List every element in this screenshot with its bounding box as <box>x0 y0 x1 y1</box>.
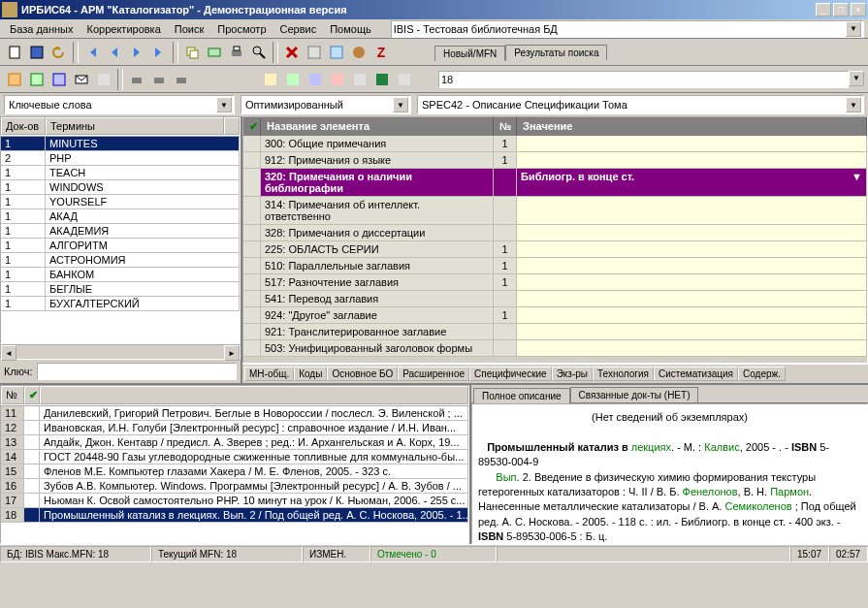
delete-icon[interactable] <box>281 42 303 63</box>
terms-row[interactable]: 1TEACH <box>1 166 240 180</box>
mfn-input[interactable]: 18 <box>438 71 849 88</box>
chevron-down-icon[interactable]: ▼ <box>393 97 408 112</box>
page-tab[interactable]: МН-общ. <box>244 367 294 381</box>
field-row[interactable]: 924: "Другое" заглавие1 <box>243 307 867 324</box>
database-select[interactable]: IBIS - Тестовая библиотечная БД ▼ <box>391 20 864 38</box>
t3-excel-icon[interactable] <box>371 69 393 90</box>
tool2-icon[interactable] <box>326 42 347 63</box>
records-header-no[interactable]: № <box>1 386 24 404</box>
tab-related-docs[interactable]: Связанные док-ты (НЕТ) <box>570 387 699 402</box>
menu-search[interactable]: Поиск <box>169 21 209 37</box>
page-tab[interactable]: Основное БО <box>327 367 398 381</box>
t2-print2-icon[interactable] <box>148 69 170 90</box>
field-grid[interactable]: ✔ Название элемента № Значение 300: Общи… <box>242 116 868 364</box>
add-icon[interactable] <box>204 42 225 63</box>
page-tab[interactable]: Коды <box>294 367 327 381</box>
t3-btn3[interactable] <box>305 69 326 90</box>
t3-btn2[interactable] <box>282 69 304 90</box>
field-row[interactable]: 225: ОБЛАСТЬ СЕРИИ1 <box>243 241 867 258</box>
prev-icon[interactable] <box>104 42 125 63</box>
t2-print3-icon[interactable] <box>171 69 192 90</box>
chevron-down-icon[interactable]: ▼ <box>846 21 861 37</box>
first-icon[interactable] <box>81 42 103 63</box>
t3-btn1[interactable] <box>260 69 281 90</box>
field-row[interactable]: 328: Примечания о диссертации <box>243 225 867 241</box>
terms-row[interactable]: 1АЛГОРИТМ <box>1 239 240 253</box>
page-tab[interactable]: Расширенное <box>398 367 469 381</box>
record-row[interactable]: 11Данилевский, Григорий Петрович. Беглые… <box>1 406 468 421</box>
page-tab[interactable]: Содерж. <box>738 367 786 381</box>
page-tab[interactable]: Систематизация <box>654 367 738 381</box>
mfn-dropdown-icon[interactable]: ▼ <box>849 71 864 86</box>
t2-btn2[interactable] <box>26 69 48 90</box>
field-row[interactable]: 503: Унифицированный заголовок формы <box>243 340 867 357</box>
terms-row[interactable]: 1БАНКОМ <box>1 268 240 282</box>
terms-row[interactable]: 1АКАД <box>1 209 240 224</box>
tab-new-mfn[interactable]: Новый/MFN <box>434 46 505 61</box>
tab-full-description[interactable]: Полное описание <box>473 388 570 403</box>
record-row[interactable]: 12Ивановская, И.Н. Голуби [Электронный р… <box>1 421 468 435</box>
menu-view[interactable]: Просмотр <box>211 21 272 37</box>
t2-btn5[interactable] <box>93 69 114 90</box>
terms-header-term[interactable]: Термины <box>46 117 224 135</box>
new-icon[interactable] <box>4 42 25 63</box>
record-row[interactable]: 13Апдайк, Джон. Кентавр / предисл. А. Зв… <box>1 435 468 450</box>
t2-btn1[interactable] <box>4 69 25 90</box>
menu-help[interactable]: Помощь <box>324 21 377 37</box>
last-icon[interactable] <box>148 42 170 63</box>
z-icon[interactable]: Z <box>370 42 392 63</box>
next-icon[interactable] <box>126 42 147 63</box>
record-row[interactable]: 16Зубов А.В. Компьютер. Windows. Програм… <box>1 479 468 494</box>
record-row[interactable]: 18Промышленный катализ в лекциях. Вып. 2… <box>1 508 468 523</box>
field-row[interactable]: 517: Разночтение заглавия1 <box>243 274 867 291</box>
menu-database[interactable]: База данных <box>4 21 80 37</box>
page-tab[interactable]: Технология <box>593 367 654 381</box>
combo-optimized[interactable]: Оптимизированный▼ <box>241 95 411 114</box>
field-row[interactable]: 300: Общие примечания1 <box>243 136 867 152</box>
save-icon[interactable] <box>26 42 48 63</box>
maximize-button[interactable]: □ <box>833 3 849 16</box>
terms-grid[interactable]: 1MINUTES2PHP1TEACH1WINDOWS1YOURSELF1АКАД… <box>0 136 241 344</box>
field-row[interactable]: 921: Транслитерированное заглавие <box>243 324 867 340</box>
records-grid[interactable]: 11Данилевский, Григорий Петрович. Беглые… <box>0 405 469 544</box>
tab-search-results[interactable]: Результаты поиска <box>505 45 607 60</box>
terms-row[interactable]: 1WINDOWS <box>1 180 240 195</box>
terms-row[interactable]: 1БЕГЛЫЕ <box>1 282 240 297</box>
tool3-icon[interactable] <box>348 42 370 63</box>
terms-row[interactable]: 1БУХГАЛТЕРСКИЙ <box>1 297 240 311</box>
terms-row[interactable]: 1АСТРОНОМИЯ <box>1 253 240 268</box>
record-row[interactable]: 15Фленов М.Е. Компьютер глазами Хакера /… <box>1 464 468 479</box>
terms-scrollbar-h[interactable]: ◄► <box>0 344 241 360</box>
chevron-down-icon[interactable]: ▼ <box>846 97 861 112</box>
menu-correction[interactable]: Корректировка <box>81 21 167 37</box>
field-row[interactable]: 541: Перевод заглавия <box>243 291 867 307</box>
terms-header-count[interactable]: Док-ов <box>1 117 46 135</box>
combo-keywords[interactable]: Ключевые слова▼ <box>4 95 235 114</box>
terms-row[interactable]: 1АКАДЕМИЯ <box>1 224 240 239</box>
terms-row[interactable]: 1MINUTES <box>1 137 240 151</box>
combo-spec[interactable]: SPEC42 - Описание Спецификации Тома▼ <box>417 95 864 114</box>
t3-btn4[interactable] <box>327 69 348 90</box>
t3-btn5[interactable] <box>349 69 370 90</box>
terms-row[interactable]: 1YOURSELF <box>1 195 240 209</box>
chevron-down-icon[interactable]: ▼ <box>216 97 232 112</box>
field-row[interactable]: 510: Параллельные заглавия1 <box>243 258 867 274</box>
menu-service[interactable]: Сервис <box>274 21 323 37</box>
copy-icon[interactable] <box>181 42 203 63</box>
minimize-button[interactable]: _ <box>816 3 831 16</box>
field-row[interactable]: 912: Примечания о языке1 <box>243 152 867 169</box>
record-row[interactable]: 14ГОСТ 20448-90 Газы углеводородные сжиж… <box>1 450 468 464</box>
page-tab[interactable]: Экз-ры <box>552 367 593 381</box>
t2-mail-icon[interactable] <box>71 69 92 90</box>
field-row[interactable]: 320: Примечания о наличии библиографииБи… <box>243 169 867 197</box>
field-row[interactable]: 314: Примечания об интеллект. ответствен… <box>243 197 867 225</box>
t3-btn7[interactable] <box>394 69 415 90</box>
find-icon[interactable] <box>248 42 270 63</box>
key-input[interactable] <box>37 363 237 380</box>
page-tab[interactable]: Специфические <box>469 367 552 381</box>
close-button[interactable]: × <box>851 3 866 16</box>
undo-icon[interactable] <box>48 42 70 63</box>
record-row[interactable]: 17Ньюман К. Освой самостоятельно PHP. 10… <box>1 494 468 508</box>
print-icon[interactable] <box>226 42 247 63</box>
tool1-icon[interactable] <box>304 42 325 63</box>
